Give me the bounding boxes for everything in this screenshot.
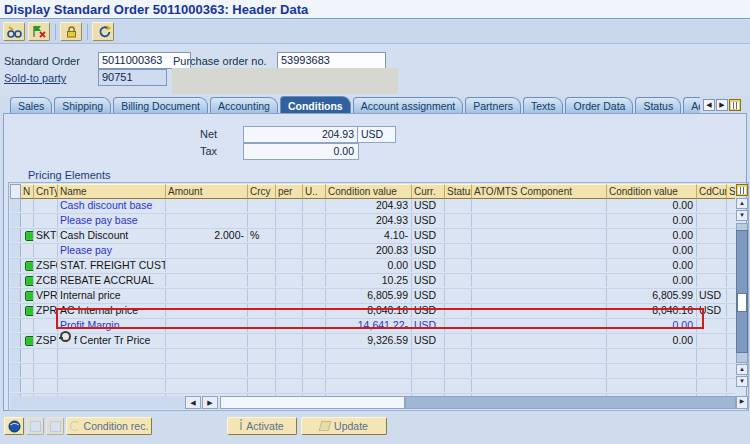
lock-icon[interactable]	[60, 22, 82, 41]
scroll-down-icon[interactable]: ▼	[736, 210, 748, 221]
purchase-order-field[interactable]: 53993683	[277, 52, 386, 69]
disabled-icon	[50, 421, 61, 432]
tab-status[interactable]: Status	[635, 97, 681, 114]
green-led-icon	[25, 336, 34, 346]
activate-icon	[240, 422, 242, 430]
net-value-field: 204.93	[243, 126, 359, 143]
disabled-tool-button[interactable]	[46, 417, 64, 435]
col-header-condition-value[interactable]: Condition value	[326, 184, 412, 199]
scroll-down-icon[interactable]: ▼	[736, 376, 748, 387]
pricing-table: N CnTy Name Amount Crcy per U.. Conditio…	[10, 184, 736, 409]
empty-table-row[interactable]	[10, 364, 736, 379]
annotation-box	[56, 308, 704, 329]
table-row[interactable]: ZCBS REBATE ACCRUAL 10.25 USD 0.00	[10, 274, 736, 289]
disabled-icon	[30, 421, 41, 432]
tab-conditions[interactable]: Conditions	[280, 96, 351, 114]
tab-scroll-controls: ◀ ▶	[703, 99, 741, 111]
green-led-icon	[25, 261, 34, 271]
tab-accounting[interactable]: Accounting	[210, 97, 278, 114]
tab-additional-data[interactable]: Additional dat	[683, 97, 700, 114]
activate-label: Activate	[246, 420, 283, 432]
hscrollbar-spacer	[10, 396, 185, 409]
empty-table-row[interactable]	[10, 349, 736, 364]
standard-order-label: Standard Order	[4, 55, 80, 67]
scroll-left-icon[interactable]: ◀	[185, 396, 201, 409]
scroll-up-icon[interactable]: ▲	[736, 198, 748, 209]
col-header-name[interactable]: Name	[58, 184, 166, 199]
update-icon	[319, 421, 332, 431]
col-header-n[interactable]: N	[21, 184, 34, 199]
green-led-icon	[25, 306, 34, 316]
tab-partners[interactable]: Partners	[465, 97, 521, 114]
tab-shipping[interactable]: Shipping	[54, 97, 111, 114]
page-title: Display Standard Order 5011000363: Heade…	[0, 0, 750, 19]
col-header-amount[interactable]: Amount	[166, 184, 248, 199]
select-all-header[interactable]	[10, 184, 21, 199]
scroll-up-icon[interactable]: ▲	[736, 364, 748, 375]
green-led-icon	[25, 231, 34, 241]
update-button[interactable]: Update	[301, 417, 387, 435]
col-header-cnty[interactable]: CnTy	[34, 184, 58, 199]
activate-button[interactable]: Activate	[227, 417, 297, 435]
toolbar-separator	[55, 24, 56, 40]
col-header-unit[interactable]: U..	[303, 184, 326, 199]
tab-scroll-right-icon[interactable]: ▶	[716, 99, 728, 111]
table-row[interactable]: SKT0 Cash Discount 2.000- % 4.10- USD 0.…	[10, 229, 736, 244]
net-currency-field: USD	[357, 126, 396, 143]
col-header-status[interactable]: Status	[445, 184, 472, 199]
horizontal-scrollbar-thumb[interactable]	[220, 396, 405, 409]
net-label: Net	[200, 128, 217, 140]
vertical-scrollbar-grab[interactable]	[737, 293, 747, 312]
table-settings-icon[interactable]	[736, 184, 748, 196]
tax-label: Tax	[200, 145, 217, 157]
tab-scroll-left-icon[interactable]: ◀	[703, 99, 715, 111]
tab-order-data[interactable]: Order Data	[565, 97, 633, 114]
blue-globe-icon	[8, 420, 21, 433]
update-label: Update	[334, 420, 368, 432]
col-header-ato-mts[interactable]: ATO/MTS Component	[472, 184, 607, 199]
scroll-right-icon[interactable]: ▶	[736, 396, 748, 409]
col-header-per[interactable]: per	[276, 184, 303, 199]
tab-sales[interactable]: Sales	[10, 97, 52, 114]
col-header-crcy[interactable]: Crcy	[248, 184, 276, 199]
mouse-cursor-icon	[60, 331, 71, 342]
table-row[interactable]: Cash discount base 204.93 USD 0.00	[10, 199, 736, 214]
green-led-icon	[25, 291, 34, 301]
col-header-s[interactable]: S	[727, 184, 735, 199]
gray-panel	[172, 68, 398, 94]
purchase-order-label: Purchase order no.	[173, 55, 267, 67]
app-toolbar	[0, 20, 750, 44]
vertical-scrollbar-thumb[interactable]	[736, 230, 748, 353]
condition-rec-icon	[70, 421, 80, 431]
tab-list-icon[interactable]	[729, 99, 741, 111]
header-fields-area: Standard Order 5011000363 Purchase order…	[0, 44, 750, 96]
tab-account-assignment[interactable]: Account assignment	[353, 97, 464, 114]
green-led-icon	[25, 276, 34, 286]
table-row[interactable]: ZSPP f Center Tr Price 9,326.59 USD 0.00	[10, 334, 736, 349]
status-flag-icon[interactable]	[28, 22, 50, 41]
scroll-right-icon[interactable]: ▶	[202, 396, 218, 409]
table-header-row: N CnTy Name Amount Crcy per U.. Conditio…	[10, 184, 736, 199]
table-row[interactable]: Please pay base 204.93 USD 0.00	[10, 214, 736, 229]
sold-to-party-field[interactable]: 90751	[98, 69, 167, 86]
table-row[interactable]: VPRS Internal price 6,805.99 USD 6,805.9…	[10, 289, 736, 304]
empty-table-row[interactable]	[10, 379, 736, 394]
sold-to-party-link[interactable]: Sold-to party	[4, 72, 66, 84]
col-header-cdcur[interactable]: CdCur	[697, 184, 727, 199]
tab-texts[interactable]: Texts	[523, 97, 564, 114]
table-row[interactable]: Please pay 200.83 USD 0.00	[10, 244, 736, 259]
condition-display-button[interactable]	[4, 417, 24, 435]
tax-value-field: 0.00	[243, 143, 359, 160]
horizontal-scrollbar-track[interactable]	[405, 396, 736, 409]
display-change-icon[interactable]	[3, 22, 25, 41]
condition-rec-button[interactable]: Condition rec.	[66, 417, 152, 435]
col-header-condition-value-2[interactable]: Condition value	[607, 184, 697, 199]
condition-rec-label: Condition rec.	[84, 420, 149, 432]
tab-billing-document[interactable]: Billing Document	[113, 97, 208, 114]
col-header-curr[interactable]: Curr.	[412, 184, 445, 199]
pricing-elements-title: Pricing Elements	[28, 169, 111, 181]
table-row[interactable]: ZSF0 STAT. FREIGHT CUST 0.00 USD 0.00	[10, 259, 736, 274]
document-flow-icon[interactable]	[92, 22, 114, 41]
toolbar-separator	[87, 24, 88, 40]
disabled-tool-button[interactable]	[26, 417, 44, 435]
